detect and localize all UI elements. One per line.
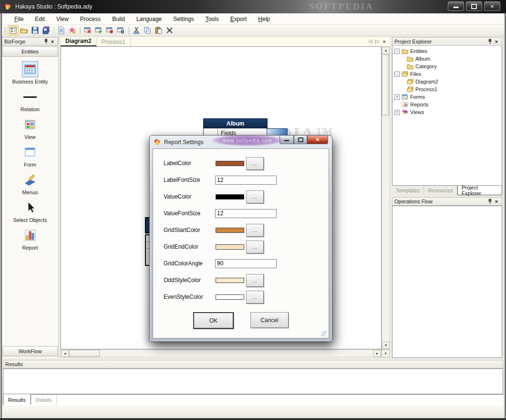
tree-label[interactable]: Files	[410, 71, 421, 77]
minimize-button[interactable]: ▬	[448, 1, 464, 11]
menu-tools[interactable]: Tools	[200, 14, 225, 24]
tab-scroll-right-icon[interactable]: ▷	[375, 38, 379, 44]
menu-help[interactable]: Help	[252, 14, 276, 24]
scroll-right-icon[interactable]: ►	[373, 350, 381, 357]
toolbox-group-entities[interactable]: Entities	[2, 46, 58, 57]
cancel-button[interactable]: Cancel	[250, 312, 289, 328]
run-icon[interactable]	[93, 25, 104, 35]
menu-file[interactable]: File	[9, 14, 29, 24]
tab-templates[interactable]: Templates	[392, 186, 424, 195]
results-list[interactable]	[3, 368, 503, 394]
browse-button[interactable]: ...	[246, 274, 264, 287]
tree-label[interactable]: Reports	[410, 102, 429, 107]
tab-project-explorer[interactable]: Project Explorer	[457, 186, 502, 195]
save-icon[interactable]	[30, 25, 41, 35]
collapse-icon[interactable]: −	[394, 72, 400, 77]
tool-menus[interactable]: Menus	[2, 172, 58, 195]
tab-results[interactable]: Results	[3, 394, 31, 405]
pin-icon[interactable]	[42, 39, 49, 45]
labelfontsize-input[interactable]	[215, 176, 277, 185]
tree-item-views[interactable]: + Views	[392, 108, 502, 116]
scrollbar-menu-icon[interactable]: ▼	[382, 349, 390, 357]
resize-grip[interactable]	[321, 331, 327, 336]
maximize-button[interactable]	[466, 1, 482, 11]
tool-view[interactable]: View	[2, 116, 58, 140]
open-icon[interactable]	[19, 25, 30, 35]
gridcolorangle-input[interactable]	[215, 259, 277, 268]
close-icon[interactable]: ×	[49, 39, 56, 45]
browse-button[interactable]: ...	[246, 241, 264, 253]
stop-debug-icon[interactable]	[83, 25, 93, 35]
entity-title[interactable]: Album	[203, 118, 268, 128]
tree-label[interactable]: Forms	[410, 94, 425, 100]
tree-item-entities[interactable]: − Entities	[392, 47, 502, 55]
new-project-icon[interactable]	[8, 25, 19, 35]
expand-icon[interactable]: +	[394, 94, 400, 100]
tree-item-reports[interactable]: Reports	[392, 101, 502, 108]
close-icon[interactable]: ×	[493, 199, 500, 205]
collapse-icon[interactable]: −	[394, 49, 400, 54]
tab-scroll-left-icon[interactable]: ◁	[368, 38, 372, 44]
save-all-icon[interactable]	[41, 25, 52, 35]
browse-button[interactable]: ...	[246, 224, 264, 237]
tree-label[interactable]: Entities	[410, 48, 427, 54]
menu-build[interactable]: Build	[106, 14, 131, 24]
horizontal-scroll-thumb[interactable]	[69, 350, 100, 357]
pause-icon[interactable]	[115, 25, 126, 35]
scroll-up-icon[interactable]: ▲	[382, 47, 390, 54]
tree-label[interactable]: Album	[415, 56, 430, 62]
dialog-maximize-button[interactable]	[294, 136, 307, 144]
tree-label[interactable]: Process1	[415, 86, 437, 92]
menu-export[interactable]: Export	[225, 14, 253, 24]
tool-report[interactable]: Report	[2, 227, 58, 251]
menu-process[interactable]: Process	[74, 14, 106, 24]
tool-form[interactable]: Form	[2, 144, 58, 168]
paste-icon[interactable]	[153, 25, 164, 35]
browse-button[interactable]: ...	[246, 157, 264, 170]
menu-language[interactable]: Language	[131, 14, 167, 24]
tab-process1[interactable]: Process1	[96, 38, 131, 46]
menu-edit[interactable]: Edit	[29, 14, 51, 24]
tab-resources[interactable]: Resources	[424, 186, 457, 195]
ok-button[interactable]: OK	[193, 312, 234, 329]
browse-button[interactable]: ...	[246, 190, 264, 203]
tab-close-icon[interactable]: ×	[383, 39, 386, 44]
dialog-close-button[interactable]: ✕	[307, 136, 328, 144]
operations-flow-area[interactable]	[392, 206, 502, 358]
toolbar-grip[interactable]	[79, 27, 81, 34]
new-document-icon[interactable]	[56, 25, 67, 35]
tree-item-files[interactable]: − Files	[392, 70, 502, 78]
copy-icon[interactable]	[142, 25, 153, 35]
scroll-down-icon[interactable]: ▼	[382, 342, 390, 349]
cut-icon[interactable]	[131, 25, 142, 35]
tree-item-album[interactable]: Album	[392, 55, 502, 63]
valuefontsize-input[interactable]	[215, 209, 277, 218]
wizard-icon[interactable]	[67, 25, 78, 35]
pin-icon[interactable]	[486, 39, 493, 45]
menu-settings[interactable]: Settings	[167, 14, 199, 24]
vertical-scrollbar[interactable]: ▲ ▼	[382, 46, 390, 349]
tool-business-entity[interactable]: Business Entity	[2, 61, 58, 84]
expand-icon[interactable]: +	[394, 110, 400, 115]
pin-icon[interactable]	[486, 199, 493, 205]
tree-item-forms[interactable]: + Forms	[392, 93, 502, 101]
delete-icon[interactable]	[164, 25, 175, 35]
tree-label[interactable]: Category	[415, 63, 437, 69]
tree-item-diagram2[interactable]: Diagram2	[392, 78, 502, 85]
tree-item-category[interactable]: Category	[392, 63, 502, 70]
vertical-scroll-thumb[interactable]	[382, 54, 389, 116]
close-button[interactable]: ×	[484, 1, 500, 11]
tree-label[interactable]: Views	[410, 109, 424, 115]
scroll-left-icon[interactable]: ◄	[61, 350, 69, 357]
close-icon[interactable]: ×	[493, 39, 500, 45]
dialog-minimize-button[interactable]: ▬	[279, 136, 294, 144]
tree-item-process1[interactable]: Process1	[392, 85, 502, 93]
browse-button[interactable]: ...	[246, 291, 264, 304]
toolbar-grip[interactable]	[4, 27, 6, 34]
horizontal-scrollbar[interactable]: ◄ ►	[61, 349, 382, 357]
tab-details[interactable]: Details	[31, 395, 57, 405]
tool-relation[interactable]: Relation	[2, 89, 58, 112]
tree-label[interactable]: Diagram2	[415, 79, 438, 84]
record-icon[interactable]	[104, 25, 115, 35]
menu-view[interactable]: View	[51, 14, 74, 24]
